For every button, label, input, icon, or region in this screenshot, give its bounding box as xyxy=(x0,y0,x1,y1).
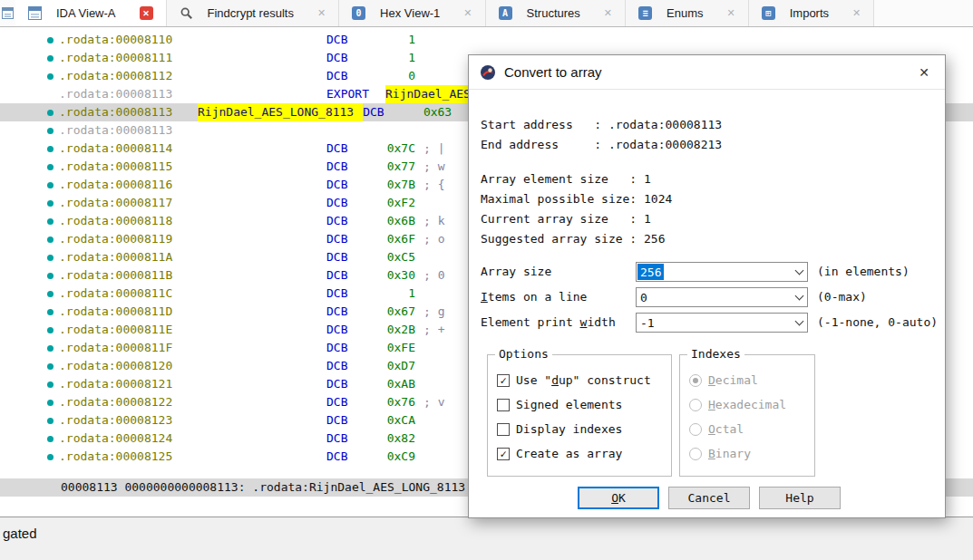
checkbox-label: Signed elements xyxy=(516,398,622,411)
line-address: .rodata:00008118 xyxy=(59,212,198,230)
items-on-a-line-combobox[interactable]: 0 xyxy=(636,287,808,307)
array-size-combobox[interactable]: 256 xyxy=(636,262,808,282)
nav-marker-icon xyxy=(47,128,54,134)
cancel-button[interactable]: Cancel xyxy=(668,487,750,509)
comment: ; v xyxy=(415,393,444,411)
nav-marker-icon xyxy=(47,273,54,279)
operand: 0xD7 xyxy=(385,357,415,375)
checkbox-box-icon xyxy=(497,399,510,411)
tab-structures[interactable]: AStructures✕ xyxy=(486,0,626,26)
line-gutter xyxy=(0,67,59,85)
comment: ; { xyxy=(415,176,444,194)
tab-ida-view-a[interactable]: IDA View-A✕ xyxy=(15,0,167,26)
tab-enums[interactable]: ≡Enums✕ xyxy=(626,0,749,26)
line-gutter xyxy=(0,393,59,411)
mnemonic: DCB xyxy=(326,158,385,176)
name-column xyxy=(198,85,326,103)
mnemonic: DCB xyxy=(326,321,385,339)
radio-circle-icon xyxy=(689,448,702,460)
tab-close-icon[interactable]: ✕ xyxy=(727,7,735,19)
tab-close-icon[interactable]: ✕ xyxy=(463,7,472,19)
close-icon[interactable]: ✕ xyxy=(914,65,934,80)
help-button[interactable]: Help xyxy=(759,487,841,509)
checkbox-create-as-array[interactable]: ✓Create as array xyxy=(488,441,671,466)
nav-marker-icon xyxy=(47,381,54,388)
symbol-name[interactable]: RijnDael_AES_LONG_8113 xyxy=(198,103,363,121)
line-address: .rodata:0000811A xyxy=(59,248,198,266)
operand: 0x6B xyxy=(385,212,415,230)
line-gutter xyxy=(0,121,59,140)
tab-findcrypt-results[interactable]: Findcrypt results✕ xyxy=(167,0,340,26)
line-address: .rodata:00008119 xyxy=(59,230,198,248)
combobox-value: -1 xyxy=(637,314,657,331)
operand: 1 xyxy=(385,31,415,49)
radio-binary[interactable]: Binary xyxy=(680,441,814,466)
ok-button[interactable]: OK xyxy=(578,487,659,509)
tab-imports[interactable]: ⊞Imports✕ xyxy=(749,0,875,26)
checkbox-signed-elements[interactable]: Signed elements xyxy=(488,392,671,417)
line-gutter xyxy=(0,85,59,103)
options-group: Options ✓Use "dup" constructSigned eleme… xyxy=(487,354,672,477)
radio-decimal[interactable]: Decimal xyxy=(680,368,814,392)
name-column xyxy=(198,448,326,466)
comment: ; 0 xyxy=(415,266,444,285)
mnemonic: DCB xyxy=(326,67,385,85)
field-row: Array size256(in elements) xyxy=(469,262,945,287)
name-column xyxy=(198,176,326,194)
nav-marker-icon xyxy=(47,37,54,43)
operand: 0xAB xyxy=(385,375,415,393)
tab-label: IDA View-A xyxy=(56,6,116,20)
convert-to-array-dialog: Convert to array ✕ Start address : .roda… xyxy=(468,54,946,518)
operand: 0x30 xyxy=(385,266,415,285)
chevron-down-icon[interactable] xyxy=(792,288,807,306)
line-address: .rodata:0000811F xyxy=(59,339,198,357)
mnemonic: DCB xyxy=(326,285,385,303)
line-gutter xyxy=(0,140,59,158)
name-column xyxy=(198,285,326,303)
line-address: .rodata:0000811B xyxy=(59,266,198,285)
info-line: Maximal possible size: 1024 xyxy=(481,189,672,209)
line-address: .rodata:00008113 xyxy=(59,121,198,140)
name-column xyxy=(198,121,326,140)
mnemonic: DCB xyxy=(326,230,385,248)
line-gutter xyxy=(0,357,59,375)
chevron-down-icon[interactable] xyxy=(792,263,807,281)
operand: 0x77 xyxy=(385,158,415,176)
radio-label: Octal xyxy=(708,422,744,436)
nav-marker-icon xyxy=(47,345,54,352)
checkbox-display-indexes[interactable]: Display indexes xyxy=(488,417,671,441)
disasm-line[interactable]: .rodata:00008110DCB1 xyxy=(0,31,973,49)
info-line: Start address : .rodata:00008113 xyxy=(481,115,722,135)
name-column xyxy=(198,357,326,375)
radio-label: Decimal xyxy=(708,373,758,387)
status-text: gated xyxy=(3,526,37,541)
nav-marker-icon xyxy=(47,454,54,460)
name-column xyxy=(198,49,326,67)
info-line: Array element size : 1 xyxy=(481,169,672,189)
dialog-titlebar[interactable]: Convert to array ✕ xyxy=(469,55,945,90)
element-print-width-combobox[interactable]: -1 xyxy=(636,313,808,333)
name-column xyxy=(198,266,326,285)
tab-close-icon[interactable]: ✕ xyxy=(604,7,612,19)
checkbox-use-dup-construct[interactable]: ✓Use "dup" construct xyxy=(488,368,671,392)
dialog-icon xyxy=(480,64,496,81)
radio-hexadecimal[interactable]: Hexadecimal xyxy=(680,392,814,417)
indexes-group: Indexes DecimalHexadecimalOctalBinary xyxy=(679,354,815,477)
tab-close-icon[interactable]: ✕ xyxy=(852,7,861,19)
radio-octal[interactable]: Octal xyxy=(680,417,814,441)
line-address: .rodata:00008112 xyxy=(59,67,198,85)
line-address: .rodata:00008123 xyxy=(59,411,198,430)
tab-close-icon[interactable]: ✕ xyxy=(317,7,326,19)
size-info: Array element size : 1Maximal possible s… xyxy=(481,169,672,249)
structures-icon: A xyxy=(499,6,512,20)
line-address: .rodata:00008117 xyxy=(59,194,198,212)
mnemonic: DCB xyxy=(326,357,385,375)
chevron-down-icon[interactable] xyxy=(792,314,807,332)
tab-close-icon[interactable]: ✕ xyxy=(140,6,153,20)
line-gutter xyxy=(0,430,59,448)
checkbox-label: Use "dup" construct xyxy=(516,373,651,387)
operand: 0x76 xyxy=(385,393,415,411)
line-address: .rodata:00008115 xyxy=(59,158,198,176)
line-address: .rodata:00008120 xyxy=(59,357,198,375)
tab-hex-view-1[interactable]: 0Hex View-1✕ xyxy=(339,0,485,26)
